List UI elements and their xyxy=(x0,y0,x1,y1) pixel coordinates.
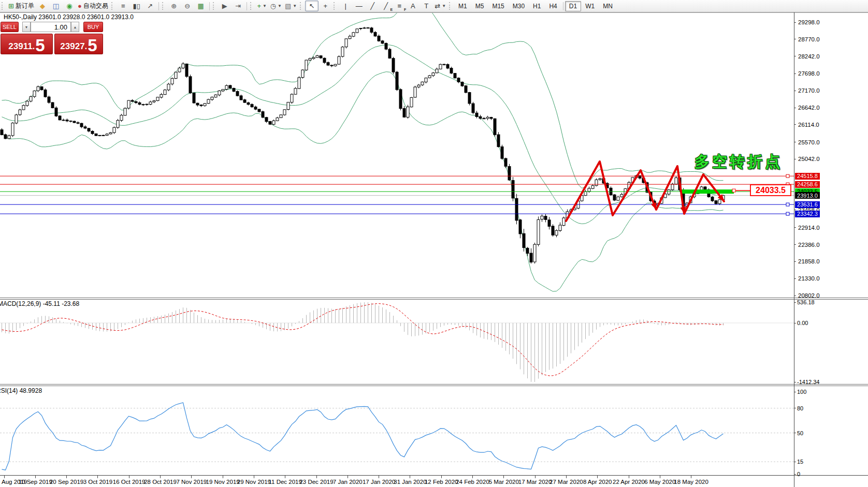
timeframe-M15[interactable]: M15 xyxy=(488,1,508,11)
date-tick-label: 8 Apr 2020 xyxy=(583,479,612,485)
turning-point-annotation[interactable]: 多空转折点 xyxy=(695,152,783,172)
templates-icon: ▧ xyxy=(285,3,291,9)
price-tick-label: 25570.0 xyxy=(798,139,820,145)
timeframe-MN[interactable]: MN xyxy=(599,1,617,11)
line-chart-button[interactable]: ↗ xyxy=(143,1,157,11)
hline-handle xyxy=(786,212,789,215)
date-tick-label: 7 Nov 2019 xyxy=(176,479,207,485)
auto-trading-icon: ● xyxy=(78,3,82,9)
arrows-button[interactable]: ⇄▼ xyxy=(433,1,447,11)
one-click-trade-panel: SELL ▼ 1.00 ▲ BUY 23911.5 23927.5 xyxy=(1,22,103,54)
auto-scroll-button[interactable]: ▶ xyxy=(218,1,232,11)
dropdown-arrow-icon[interactable]: ▼ xyxy=(278,4,282,8)
price-tick-label: 21330.0 xyxy=(798,275,820,282)
date-tick-label: 27 Mar 2020 xyxy=(549,479,583,485)
horizontal-line-button[interactable]: — xyxy=(352,1,366,11)
text-button[interactable]: A xyxy=(406,1,419,11)
volume-decrease-button[interactable]: ▼ xyxy=(22,22,31,32)
buy-price-display[interactable]: 23927.5 xyxy=(54,34,103,54)
date-tick-label: 22 Apr 2020 xyxy=(613,479,645,485)
bollinger-upper-band xyxy=(2,0,724,188)
crosshair-button[interactable]: + xyxy=(319,1,332,11)
price-tick-label: 25042.0 xyxy=(798,156,820,162)
volume-input[interactable]: 1.00 xyxy=(31,22,71,32)
date-tick-label: 12 Feb 2020 xyxy=(425,479,458,485)
toolbar-separator xyxy=(158,2,159,10)
bar-chart-button[interactable]: ≡ xyxy=(117,1,130,11)
zoom-out-button[interactable]: ⊖ xyxy=(181,1,194,11)
signal-button[interactable]: ◉ xyxy=(63,1,76,11)
price-tick-label: 22914.0 xyxy=(798,225,820,231)
templates-button[interactable]: ▧▼ xyxy=(283,1,298,11)
new-order-button[interactable]: ⊞新订单 xyxy=(7,1,36,11)
date-tick-label: 3 Oct 2019 xyxy=(83,479,112,485)
dropdown-arrow-icon[interactable]: ▼ xyxy=(293,4,297,8)
timeframe-M30[interactable]: M30 xyxy=(509,1,529,11)
fibonacci-icon: ≡ xyxy=(397,3,401,9)
zoom-in-button[interactable]: ⊕ xyxy=(167,1,181,11)
buy-button[interactable]: BUY xyxy=(83,22,103,32)
auto-trading-button[interactable]: ●自动交易 xyxy=(76,1,110,11)
text-label-button[interactable]: T xyxy=(419,1,433,11)
candlestick-chart-button[interactable]: ▮▯ xyxy=(130,1,143,11)
fibonacci-button[interactable]: ≡F xyxy=(393,1,406,11)
macd-pane xyxy=(0,302,794,382)
auto-scroll-icon: ▶ xyxy=(222,3,227,9)
date-tick-label: 16 Oct 2019 xyxy=(113,479,146,485)
date-tick-label: 5 Mar 2020 xyxy=(489,479,519,485)
eraser-button[interactable]: ◆ xyxy=(36,1,49,11)
timeframe-M5[interactable]: M5 xyxy=(471,1,488,11)
dropdown-arrow-icon[interactable]: ▼ xyxy=(263,4,267,8)
sell-button[interactable]: SELL xyxy=(1,22,19,32)
date-tick-label: 11 Dec 2019 xyxy=(269,479,302,485)
toolbar-grip xyxy=(111,2,114,10)
rsi-pane xyxy=(0,403,794,470)
chart-shift-button[interactable]: ⇥ xyxy=(232,1,245,11)
indicators-button[interactable]: +▼ xyxy=(255,1,269,11)
equidistant-channel-button[interactable]: ╱E xyxy=(379,1,393,11)
date-tick-label: 17 Mar 2020 xyxy=(518,479,552,485)
timeframe-M1[interactable]: M1 xyxy=(454,1,471,11)
chart-profile-button[interactable]: ◫ xyxy=(49,1,63,11)
toolbar-grip xyxy=(250,2,253,10)
eraser-icon: ◆ xyxy=(40,3,45,9)
price-tick-label: 20802.0 xyxy=(798,292,820,299)
date-tick-label: 17 Jan 2020 xyxy=(363,479,395,485)
chart-canvas[interactable]: 24033.529298.028770.028242.027698.027170… xyxy=(0,0,868,487)
volume-increase-button[interactable]: ▲ xyxy=(71,22,79,32)
price-axis-ticks: 29298.028770.028242.027698.027170.026642… xyxy=(798,19,820,299)
toolbar-grip xyxy=(449,2,452,10)
timeframe-H4[interactable]: H4 xyxy=(545,1,561,11)
bollinger-lower-band xyxy=(2,72,724,291)
hline-handle xyxy=(786,174,789,178)
macd-histogram xyxy=(2,302,724,382)
date-tick-label: 19 Nov 2019 xyxy=(206,479,239,485)
vertical-line-button[interactable]: | xyxy=(339,1,352,11)
dropdown-arrow-icon[interactable]: ▼ xyxy=(442,4,446,8)
crosshair-icon: + xyxy=(323,3,327,9)
price-tick-label: 28770.0 xyxy=(798,36,820,42)
new-order-icon: ⊞ xyxy=(8,3,14,9)
trendline-button[interactable]: ╱ xyxy=(366,1,379,11)
line-chart-icon: ↗ xyxy=(147,3,153,9)
timeframe-H1[interactable]: H1 xyxy=(529,1,545,11)
date-tick-label: 31 Jan 2020 xyxy=(394,479,426,485)
periods-button[interactable]: ◷▼ xyxy=(269,1,283,11)
rsi-axis-label: 15 xyxy=(797,459,803,465)
timeframe-W1[interactable]: W1 xyxy=(581,1,599,11)
macd-axis-label: 0.00 xyxy=(797,320,808,326)
zoom-out-icon: ⊖ xyxy=(184,3,190,9)
toolbar-grip xyxy=(213,2,216,10)
new-order-label: 新订单 xyxy=(16,2,34,10)
sell-price-display[interactable]: 23911.5 xyxy=(1,34,53,54)
toolbar-grip xyxy=(2,2,5,10)
tile-windows-button[interactable]: ▦ xyxy=(194,1,208,11)
trendline-icon: ╱ xyxy=(370,3,374,9)
rsi-axis-label: 100 xyxy=(797,389,806,395)
timeframe-D1[interactable]: D1 xyxy=(565,1,581,11)
cursor-button[interactable]: ↖ xyxy=(305,1,319,11)
equidistant-channel-icon: ╱ xyxy=(384,3,388,9)
periods-icon: ◷ xyxy=(270,3,276,9)
macd-axis-label: -1412.34 xyxy=(797,379,819,385)
time-axis: Aug 201910 Sep 201920 Sep 20193 Oct 2019… xyxy=(2,476,708,485)
